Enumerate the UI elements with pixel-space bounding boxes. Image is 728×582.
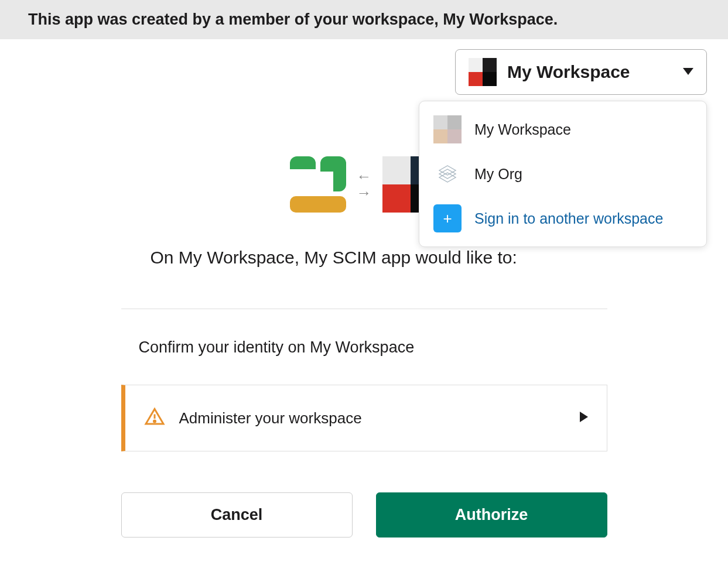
svg-point-18 [153, 420, 155, 422]
workspace-selector: My Workspace My Workspace [455, 49, 707, 95]
signin-label: Sign in to another workspace [474, 210, 663, 227]
scope-label: Administer your workspace [179, 409, 362, 427]
workspace-banner: This app was created by a member of your… [0, 0, 728, 39]
plus-icon: + [433, 204, 462, 232]
authorize-button[interactable]: Authorize [376, 492, 607, 538]
workspace-option-my-org[interactable]: My Org [419, 152, 706, 196]
workspace-option-label: My Org [474, 166, 522, 183]
confirm-identity-text: Confirm your identity on My Workspace [121, 338, 607, 357]
chevron-down-icon [683, 67, 693, 77]
workspace-icon [433, 115, 462, 143]
arrow-left-icon: ← [357, 169, 372, 184]
permission-heading: On My Workspace, My SCIM app would like … [121, 248, 607, 268]
svg-rect-15 [382, 184, 411, 213]
divider [121, 309, 607, 309]
org-icon [433, 160, 462, 188]
svg-rect-5 [447, 115, 462, 129]
requesting-app-icon [290, 156, 346, 213]
svg-rect-9 [290, 169, 316, 191]
svg-rect-12 [290, 196, 346, 213]
caret-right-icon [580, 412, 588, 424]
workspace-dropdown-menu: My Workspace My Org + Sign in to another… [419, 101, 707, 247]
svg-rect-4 [433, 115, 447, 129]
selected-workspace-name: My Workspace [507, 62, 630, 82]
workspace-option-my-workspace[interactable]: My Workspace [419, 107, 706, 152]
svg-rect-6 [433, 129, 447, 143]
workspace-dropdown-trigger[interactable]: My Workspace [455, 49, 707, 95]
arrow-right-icon: → [357, 185, 372, 200]
svg-rect-0 [469, 58, 483, 72]
exchange-arrows: ← → [357, 169, 372, 200]
cancel-button[interactable]: Cancel [121, 492, 353, 538]
action-buttons: Cancel Authorize [121, 492, 607, 538]
svg-rect-1 [483, 58, 497, 72]
scope-administer-workspace[interactable]: Administer your workspace [121, 385, 607, 451]
svg-rect-3 [483, 72, 497, 86]
svg-rect-2 [469, 72, 483, 86]
svg-rect-11 [320, 172, 333, 191]
signin-another-workspace[interactable]: + Sign in to another workspace [419, 196, 706, 241]
workspace-option-label: My Workspace [474, 121, 571, 138]
workspace-icon [469, 58, 497, 86]
warning-icon [144, 406, 165, 430]
svg-rect-13 [382, 156, 411, 184]
svg-rect-7 [447, 129, 462, 143]
